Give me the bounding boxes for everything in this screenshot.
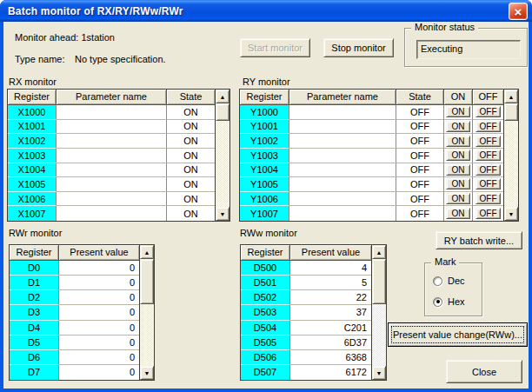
scrollbar-thumb[interactable] xyxy=(216,103,229,121)
state-cell: OFF xyxy=(396,192,444,207)
table-row: D5 0 xyxy=(10,336,139,350)
off-button[interactable]: OFF xyxy=(475,208,502,219)
table-row: D502 22 xyxy=(241,290,371,305)
table-row: D503 37 xyxy=(241,305,371,320)
state-cell: ON xyxy=(167,206,215,221)
table-row: D6 0 xyxy=(10,350,139,365)
on-cell: ON xyxy=(444,177,473,192)
present-value-cell: 0 xyxy=(59,321,139,336)
register-cell: D4 xyxy=(10,321,59,336)
present-value-change-button[interactable]: Present value change(RWw)... xyxy=(388,322,528,347)
table-row: Y1007 OFF ON OFF xyxy=(240,206,503,221)
rww-table-header: Register Present value xyxy=(241,245,371,261)
parameter-name-cell xyxy=(289,192,396,207)
mark-group: Mark Dec Hex xyxy=(424,262,482,316)
scroll-down-button[interactable]: ▼ xyxy=(216,207,229,221)
parameter-name-cell xyxy=(57,177,167,192)
register-cell: Y1003 xyxy=(240,149,289,163)
parameter-name-cell xyxy=(57,206,167,221)
column-header-present-value: Present value xyxy=(290,245,371,260)
scrollbar-track[interactable] xyxy=(504,121,518,207)
off-button[interactable]: OFF xyxy=(475,121,502,132)
off-button[interactable]: OFF xyxy=(475,178,502,189)
table-row: Y1000 OFF ON OFF xyxy=(240,105,503,120)
scroll-down-button[interactable]: ▼ xyxy=(504,207,518,221)
vertical-scrollbar[interactable]: ▲ ▼ xyxy=(371,245,386,380)
column-header-present-value: Present value xyxy=(59,245,139,260)
on-button[interactable]: ON xyxy=(446,178,469,189)
scroll-up-button[interactable]: ▲ xyxy=(216,90,229,103)
on-button[interactable]: ON xyxy=(446,208,469,219)
scrollbar-track[interactable] xyxy=(372,304,386,366)
on-button[interactable]: ON xyxy=(446,149,469,161)
close-button[interactable]: × xyxy=(509,3,528,20)
off-button[interactable]: OFF xyxy=(475,193,502,204)
present-value-cell: 0 xyxy=(59,290,139,305)
off-cell: OFF xyxy=(473,192,503,207)
monitor-status-group-label: Monitor status xyxy=(411,22,478,32)
scroll-down-button[interactable]: ▼ xyxy=(372,366,386,380)
rx-table-header: Register Parameter name State xyxy=(8,90,215,105)
scrollbar-thumb[interactable] xyxy=(372,259,386,304)
table-row: X1001 ON xyxy=(8,120,215,135)
close-dialog-button[interactable]: Close xyxy=(446,360,522,383)
rx-monitor-table: Register Parameter name State X1000 ON X… xyxy=(7,89,230,222)
scrollbar-thumb[interactable] xyxy=(504,103,518,121)
monitor-status-group: Monitor status Executing xyxy=(404,28,528,67)
vertical-scrollbar[interactable]: ▲ ▼ xyxy=(503,90,518,221)
state-cell: OFF xyxy=(396,163,444,178)
rww-monitor-title: RWw monitor xyxy=(240,228,297,238)
monitor-ahead-value: 1station xyxy=(81,32,115,43)
state-cell: ON xyxy=(167,120,215,135)
scrollbar-thumb[interactable] xyxy=(140,259,154,304)
start-monitor-button[interactable]: Start monitor xyxy=(240,38,310,57)
state-cell: OFF xyxy=(396,120,444,135)
vertical-scrollbar[interactable]: ▲ ▼ xyxy=(139,245,154,380)
arrow-down-icon: ▼ xyxy=(376,370,382,376)
off-button[interactable]: OFF xyxy=(475,164,502,176)
on-button[interactable]: ON xyxy=(446,121,469,132)
ry-monitor-table: Register Parameter name State ON OFF Y10… xyxy=(239,89,519,222)
table-row: D506 6368 xyxy=(241,350,371,365)
column-header-register: Register xyxy=(240,90,289,104)
off-cell: OFF xyxy=(473,149,503,163)
rww-monitor-table: Register Present value D500 4 D501 5 D50… xyxy=(240,244,387,381)
dialog-window: Batch monitor of RX/RY/RWw/RWr × Monitor… xyxy=(0,0,532,392)
stop-monitor-button[interactable]: Stop monitor xyxy=(323,38,394,57)
off-button[interactable]: OFF xyxy=(475,149,502,161)
on-button[interactable]: ON xyxy=(446,193,469,204)
on-button[interactable]: ON xyxy=(446,136,469,147)
scrollbar-track[interactable] xyxy=(216,121,229,207)
present-value-cell: 4 xyxy=(290,261,371,276)
register-cell: D507 xyxy=(241,365,290,380)
table-row: X1004 ON xyxy=(8,163,215,178)
table-row: X1005 ON xyxy=(8,177,215,192)
off-button[interactable]: OFF xyxy=(475,136,502,147)
state-cell: OFF xyxy=(396,177,444,192)
scroll-up-button[interactable]: ▲ xyxy=(140,245,154,259)
register-cell: X1004 xyxy=(8,163,57,178)
radio-dec[interactable]: Dec xyxy=(433,276,465,286)
on-button[interactable]: ON xyxy=(446,164,469,176)
scrollbar-track[interactable] xyxy=(140,304,154,366)
monitor-ahead-label: Monitor ahead: 1station xyxy=(15,32,115,43)
table-row: D501 5 xyxy=(241,276,371,290)
parameter-name-cell xyxy=(57,105,167,120)
on-cell: ON xyxy=(444,134,473,149)
ry-batch-write-button[interactable]: RY batch write... xyxy=(436,231,522,249)
scroll-up-button[interactable]: ▲ xyxy=(504,90,518,103)
radio-hex[interactable]: Hex xyxy=(433,296,465,307)
scroll-up-button[interactable]: ▲ xyxy=(372,245,386,259)
vertical-scrollbar[interactable]: ▲ ▼ xyxy=(215,90,229,221)
state-cell: ON xyxy=(167,105,215,120)
on-button[interactable]: ON xyxy=(446,106,469,117)
off-button[interactable]: OFF xyxy=(475,106,502,117)
scroll-down-button[interactable]: ▼ xyxy=(140,366,154,380)
table-row: D1 0 xyxy=(10,276,139,290)
title-bar[interactable]: Batch monitor of RX/RY/RWw/RWr × xyxy=(0,0,532,22)
off-cell: OFF xyxy=(473,105,503,120)
off-cell: OFF xyxy=(473,206,503,221)
arrow-up-icon: ▲ xyxy=(376,249,382,256)
register-cell: D505 xyxy=(241,336,290,350)
radio-dec-label: Dec xyxy=(448,276,465,286)
